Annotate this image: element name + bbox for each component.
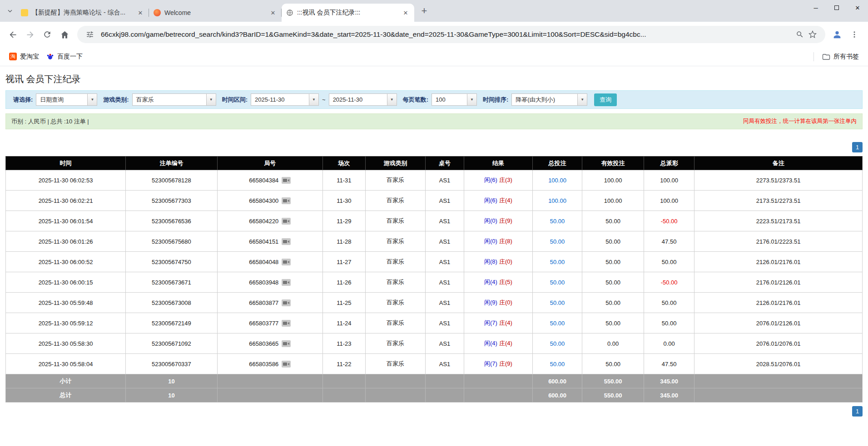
total-count: 10 bbox=[126, 388, 218, 402]
cell-time: 2025-11-30 06:00:52 bbox=[6, 252, 126, 272]
zoom-icon[interactable] bbox=[794, 28, 806, 41]
date-end-value: 2025-11-30 bbox=[329, 94, 387, 105]
tab-welcome-favicon-icon bbox=[154, 9, 161, 16]
bookmark-star-icon[interactable] bbox=[806, 28, 819, 41]
page-button-1[interactable]: 1 bbox=[852, 142, 863, 152]
menu-kebab-icon[interactable] bbox=[846, 26, 863, 43]
bookmarks-bar: 淘 爱淘宝 百度一下 所有书签 bbox=[0, 47, 868, 66]
result-banker: 庄(9) bbox=[499, 217, 512, 224]
cell-round-id: 665803586 bbox=[217, 354, 322, 374]
back-button[interactable] bbox=[5, 26, 21, 43]
pagination-bottom: 1 bbox=[5, 406, 863, 417]
close-window-button[interactable]: ✕ bbox=[847, 0, 868, 15]
chevron-down-icon[interactable]: ▼ bbox=[387, 94, 397, 105]
video-replay-icon[interactable] bbox=[282, 320, 291, 327]
reload-button[interactable] bbox=[39, 26, 55, 43]
all-bookmarks-button[interactable]: 所有书签 bbox=[818, 50, 863, 63]
maximize-icon bbox=[834, 5, 839, 10]
result-banker: 庄(0) bbox=[499, 299, 512, 306]
url-bar[interactable]: 66cxkj98.com/game/betrecord_search/kind3… bbox=[77, 26, 825, 43]
chevron-down-icon[interactable]: ▼ bbox=[577, 94, 587, 105]
new-tab-button[interactable]: + bbox=[418, 5, 431, 17]
page-title: 视讯 会员下注纪录 bbox=[5, 73, 863, 85]
summary-bar: 币别 : 人民币 | 总共 :10 注单 | 同局有效投注，统一计算在该局第一张… bbox=[5, 113, 863, 129]
empty-cell bbox=[366, 374, 426, 388]
chevron-down-icon[interactable]: ▼ bbox=[309, 94, 318, 105]
window-controls: ─ ✕ bbox=[805, 0, 868, 15]
date-end-input[interactable]: 2025-11-30 ▼ bbox=[329, 93, 397, 106]
video-replay-icon[interactable] bbox=[282, 279, 291, 286]
cell-table-no: AS1 bbox=[426, 191, 464, 211]
bookmark-baidu[interactable]: 百度一下 bbox=[43, 50, 86, 63]
per-page-select[interactable]: 100 ▼ bbox=[432, 93, 477, 106]
chevron-down-icon[interactable]: ▼ bbox=[87, 94, 97, 105]
tab-welcome[interactable]: Welcome ✕ bbox=[149, 4, 282, 22]
forward-button[interactable] bbox=[22, 26, 38, 43]
cell-round-id: 665804048 bbox=[217, 252, 322, 272]
table-header-row: 时间 注单编号 局号 场次 游戏类别 桌号 结果 总投注 有效投注 总派彩 备注 bbox=[6, 157, 863, 170]
total-bet-link[interactable]: 50.00 bbox=[550, 218, 565, 225]
video-replay-icon[interactable] bbox=[282, 361, 291, 368]
chevron-down-icon[interactable]: ▼ bbox=[206, 94, 216, 105]
result-player: 闲(6) bbox=[484, 176, 497, 183]
empty-cell bbox=[322, 388, 365, 402]
cell-result: 闲(0)庄(8) bbox=[464, 231, 532, 252]
cell-bet-id: 523005675680 bbox=[126, 231, 218, 252]
tab-title: :::视讯 会员下注纪录::: bbox=[297, 9, 399, 17]
total-bet-link[interactable]: 50.00 bbox=[550, 279, 565, 286]
video-replay-icon[interactable] bbox=[282, 259, 291, 265]
total-bet-link[interactable]: 100.00 bbox=[548, 197, 566, 204]
cell-round-id: 665804151 bbox=[217, 231, 322, 252]
tab-close-icon[interactable]: ✕ bbox=[136, 9, 144, 17]
table-row: 2025-11-30 05:58:04523005670337665803586… bbox=[6, 354, 863, 374]
minimize-button[interactable]: ─ bbox=[805, 0, 826, 15]
site-settings-icon[interactable] bbox=[84, 28, 96, 41]
total-bet-link[interactable]: 50.00 bbox=[550, 320, 565, 327]
video-replay-icon[interactable] bbox=[282, 340, 291, 347]
date-start-input[interactable]: 2025-11-30 ▼ bbox=[251, 93, 319, 106]
cell-payout: 47.50 bbox=[644, 231, 694, 252]
result-banker: 庄(5) bbox=[499, 279, 512, 285]
total-bet-link[interactable]: 50.00 bbox=[550, 340, 565, 347]
cell-result: 闲(7)庄(9) bbox=[464, 354, 532, 374]
total-bet-link[interactable]: 50.00 bbox=[550, 238, 565, 245]
query-type-select[interactable]: 日期查询 ▼ bbox=[36, 93, 97, 106]
chevron-down-icon[interactable]: ▼ bbox=[467, 94, 476, 105]
cell-note: 2273.51/2373.51 bbox=[694, 170, 863, 191]
cell-result: 闲(6)庄(3) bbox=[464, 170, 532, 191]
home-button[interactable] bbox=[56, 26, 73, 43]
video-replay-icon[interactable] bbox=[282, 218, 291, 225]
total-bet-link[interactable]: 100.00 bbox=[548, 177, 566, 184]
round-id: 665803948 bbox=[249, 279, 278, 286]
bet-record-page: 视讯 会员下注纪录 请选择: 日期查询 ▼ 游戏类别: 百家乐 ▼ 时间区间: … bbox=[0, 73, 868, 417]
video-replay-icon[interactable] bbox=[282, 197, 291, 204]
empty-cell bbox=[322, 374, 365, 388]
subtotal-total-bet: 600.00 bbox=[532, 374, 582, 388]
video-replay-icon[interactable] bbox=[282, 177, 291, 184]
cell-game-type: 百家乐 bbox=[366, 211, 426, 231]
maximize-button[interactable] bbox=[826, 0, 847, 15]
tab-close-icon[interactable]: ✕ bbox=[269, 9, 277, 17]
tab-bet-records[interactable]: :::视讯 会员下注纪录::: ✕ bbox=[282, 4, 414, 22]
sort-select[interactable]: 降幂(由大到小) ▼ bbox=[511, 93, 587, 106]
cell-valid-bet: 50.00 bbox=[582, 313, 644, 333]
game-type-select[interactable]: 百家乐 ▼ bbox=[132, 93, 216, 106]
empty-cell bbox=[694, 374, 863, 388]
bookmark-taobao[interactable]: 淘 爱淘宝 bbox=[5, 50, 43, 63]
cell-game-type: 百家乐 bbox=[366, 252, 426, 272]
video-replay-icon[interactable] bbox=[282, 299, 291, 306]
profile-avatar[interactable] bbox=[829, 26, 845, 43]
cell-valid-bet: 100.00 bbox=[582, 191, 644, 211]
total-bet-link[interactable]: 50.00 bbox=[550, 259, 565, 265]
search-button[interactable]: 查询 bbox=[594, 93, 617, 106]
result-player: 闲(4) bbox=[484, 340, 497, 347]
page-button-1[interactable]: 1 bbox=[852, 406, 863, 417]
total-bet-link[interactable]: 50.00 bbox=[550, 361, 565, 368]
tab-close-icon[interactable]: ✕ bbox=[402, 9, 410, 17]
header-payout: 总派彩 bbox=[644, 157, 694, 170]
tab-forum[interactable]: 【新提醒】海燕策略论坛 - 综合... ✕ bbox=[16, 4, 149, 22]
cell-table-no: AS1 bbox=[426, 313, 464, 333]
video-replay-icon[interactable] bbox=[282, 238, 291, 245]
chevron-down-icon[interactable] bbox=[4, 5, 16, 17]
total-bet-link[interactable]: 50.00 bbox=[550, 299, 565, 306]
